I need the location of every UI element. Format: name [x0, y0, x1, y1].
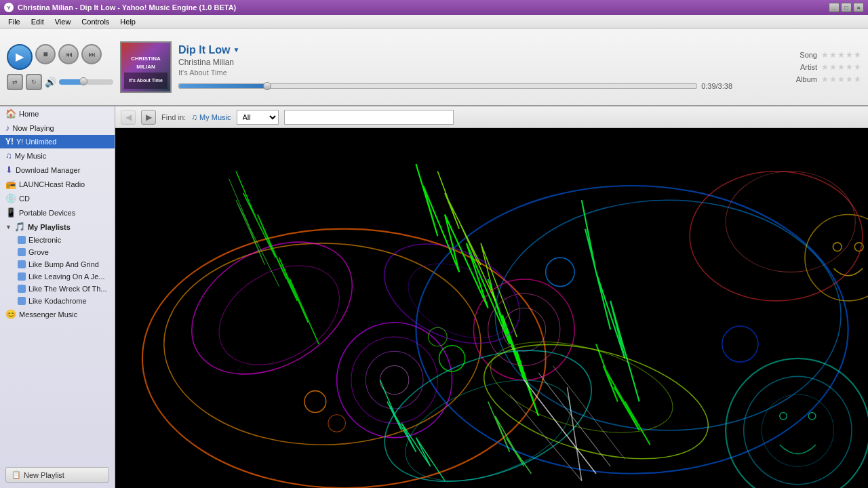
portable-icon: 📱	[5, 207, 16, 218]
menu-controls[interactable]: Controls	[76, 16, 115, 27]
transport-bottom: ⇄ ↻ 🔊	[7, 74, 113, 90]
play-button[interactable]: ▶	[7, 44, 33, 70]
star-b5[interactable]: ★	[854, 75, 861, 84]
repeat-button[interactable]: ↻	[26, 74, 42, 90]
shuffle-button[interactable]: ⇄	[7, 74, 23, 90]
playlists-collapse-icon: ▼	[5, 224, 12, 230]
ratings-panel: Song ★ ★ ★ ★ ★ Artist ★ ★ ★ ★ ★ Album ★	[739, 50, 861, 84]
sidebar-playlist-kodachrome[interactable]: Like Kodachrome	[0, 295, 115, 307]
star-a1[interactable]: ★	[821, 62, 829, 72]
stop-button[interactable]: ■	[35, 44, 56, 64]
sidebar-download-label: Download Manager	[16, 166, 80, 174]
playlist-icon	[18, 272, 26, 281]
star-a2[interactable]: ★	[829, 62, 837, 72]
home-icon: 🏠	[5, 108, 16, 119]
track-artist: Christina Milian	[178, 58, 732, 67]
volume-slider[interactable]	[59, 79, 113, 85]
find-dropdown[interactable]: All Title Artist Album	[237, 110, 279, 125]
sidebar-item-unlimited[interactable]: Y! Y! Unlimited	[0, 135, 115, 148]
prev-button[interactable]: ⏮	[58, 44, 79, 64]
svg-text:It's About Time: It's About Time	[129, 78, 163, 83]
album-rating-label: Album	[791, 75, 817, 83]
sidebar-item-launchcast[interactable]: 📻 LAUNCHcast Radio	[0, 177, 115, 191]
sidebar-messenger-label: Messenger Music	[19, 310, 77, 319]
svg-rect-5	[115, 128, 868, 488]
sidebar-playlist-wreck[interactable]: Like The Wreck Of Th...	[0, 283, 115, 295]
search-input[interactable]	[284, 110, 454, 125]
track-dropdown-arrow[interactable]: ▼	[233, 46, 239, 54]
find-in-value: ♫ My Music	[191, 113, 231, 122]
artist-rating-label: Artist	[791, 63, 817, 71]
menu-edit[interactable]: Edit	[26, 16, 50, 27]
album-art-image: CHRISTINA MILIAN It's About Time	[121, 43, 170, 92]
star-a4[interactable]: ★	[846, 62, 853, 72]
playlists-icon: 🎵	[14, 222, 25, 232]
back-button[interactable]: ◀	[121, 110, 136, 125]
playlist-label: Grove	[28, 248, 49, 256]
sidebar-item-download-manager[interactable]: ⬇ Download Manager	[0, 163, 115, 177]
sidebar-unlimited-label: Y! Unlimited	[16, 138, 56, 146]
volume-icon: 🔊	[45, 77, 56, 87]
artist-rating-stars[interactable]: ★ ★ ★ ★ ★	[821, 62, 861, 72]
star-5[interactable]: ★	[854, 50, 861, 60]
unlimited-icon: Y!	[5, 137, 14, 146]
star-a3[interactable]: ★	[837, 62, 845, 72]
artist-rating-row: Artist ★ ★ ★ ★ ★	[791, 62, 861, 72]
title-bar-controls[interactable]: _ □ ×	[829, 3, 864, 12]
sidebar-item-messenger[interactable]: 😊 Messenger Music	[0, 307, 115, 321]
star-2[interactable]: ★	[829, 50, 837, 60]
forward-button[interactable]: ▶	[141, 110, 156, 125]
progress-thumb	[263, 82, 271, 90]
volume-thumb	[79, 77, 87, 85]
track-title-row: Dip It Low ▼	[178, 44, 732, 56]
progress-area: 0:39/3:38	[178, 82, 732, 90]
star-1[interactable]: ★	[821, 50, 829, 60]
content-area: ◀ ▶ Find in: ♫ My Music All Title Artist…	[115, 106, 868, 488]
sidebar-portable-label: Portable Devices	[19, 209, 75, 217]
next-button[interactable]: ⏭	[81, 44, 102, 64]
content-toolbar: ◀ ▶ Find in: ♫ My Music All Title Artist…	[115, 106, 868, 128]
star-4[interactable]: ★	[846, 50, 853, 60]
star-a5[interactable]: ★	[854, 62, 861, 72]
track-info: Dip It Low ▼ Christina Milian It's About…	[178, 44, 732, 90]
menu-view[interactable]: View	[50, 16, 77, 27]
playlist-label: Like Leaving On A Je...	[28, 272, 105, 281]
radio-icon: 📻	[5, 179, 16, 189]
star-3[interactable]: ★	[837, 50, 845, 60]
playlist-icon	[18, 248, 26, 256]
progress-bar[interactable]	[178, 83, 697, 89]
player-area: ▶ ■ ⏮ ⏭ ⇄ ↻ 🔊	[0, 28, 868, 106]
album-rating-stars[interactable]: ★ ★ ★ ★ ★	[821, 75, 861, 84]
maximize-button[interactable]: □	[841, 3, 852, 12]
new-playlist-button[interactable]: 📋 New Playlist	[5, 467, 109, 483]
app-icon: Y	[4, 3, 14, 12]
star-b1[interactable]: ★	[821, 75, 829, 84]
sidebar-cd-label: CD	[19, 195, 30, 203]
sidebar-item-cd[interactable]: 💿 CD	[0, 191, 115, 205]
sidebar-launchcast-label: LAUNCHcast Radio	[19, 180, 85, 188]
star-b4[interactable]: ★	[846, 75, 853, 84]
sidebar-playlist-grove[interactable]: Grove	[0, 246, 115, 258]
sidebar-playlists-header[interactable]: ▼ 🎵 My Playlists	[0, 220, 115, 234]
star-b3[interactable]: ★	[837, 75, 845, 84]
sidebar-playlist-leaving[interactable]: Like Leaving On A Je...	[0, 270, 115, 283]
playlist-label: Like Bump And Grind	[28, 260, 99, 268]
sidebar-item-portable-devices[interactable]: 📱 Portable Devices	[0, 205, 115, 220]
cd-icon: 💿	[5, 193, 16, 203]
sidebar-item-my-music[interactable]: ♫ My Music	[0, 148, 115, 163]
find-in-text: My Music	[199, 113, 231, 121]
menu-file[interactable]: File	[3, 16, 26, 27]
svg-text:MILIAN: MILIAN	[136, 64, 155, 70]
song-rating-stars[interactable]: ★ ★ ★ ★ ★	[821, 50, 861, 60]
close-button[interactable]: ×	[853, 3, 864, 12]
sidebar-item-home[interactable]: 🏠 Home	[0, 106, 115, 121]
sidebar-playlist-electronic[interactable]: Electronic	[0, 234, 115, 246]
album-art: CHRISTINA MILIAN It's About Time	[120, 41, 172, 93]
minimize-button[interactable]: _	[829, 3, 840, 12]
sidebar-my-music-label: My Music	[15, 152, 46, 160]
menu-help[interactable]: Help	[115, 16, 141, 27]
star-b2[interactable]: ★	[829, 75, 837, 84]
sidebar-playlist-bump[interactable]: Like Bump And Grind	[0, 258, 115, 270]
main-layout: 🏠 Home ♪ Now Playing Y! Y! Unlimited ♫ M…	[0, 106, 868, 488]
sidebar-item-now-playing[interactable]: ♪ Now Playing	[0, 121, 115, 135]
